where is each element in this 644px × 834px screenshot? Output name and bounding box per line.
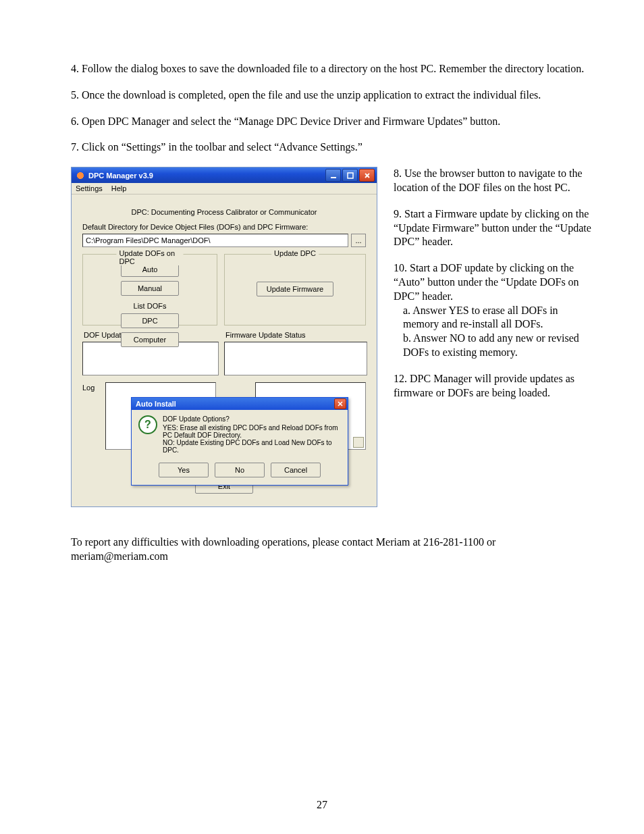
log-label: Log [82, 382, 100, 450]
manual-button[interactable]: Manual [121, 281, 179, 296]
step-10: 10. Start a DOF update by clicking on th… [394, 261, 595, 303]
dpc-manager-window: DPC Manager v3.9 Settings Help DPC: Docu… [71, 167, 377, 507]
yes-button[interactable]: Yes [159, 463, 209, 477]
question-icon: ? [138, 415, 157, 434]
directory-input[interactable]: C:\Program Files\DPC Manager\DOF\ [82, 234, 348, 247]
step-10b: b. Answer NO to add any new or revised D… [403, 332, 595, 360]
menu-help[interactable]: Help [111, 184, 127, 192]
step-7: 7. Click on “Settings” in the toolbar an… [71, 140, 595, 155]
step-10a: a. Answer YES to erase all DOFs in memor… [403, 304, 595, 332]
dialog-line-3: NO: Update Existing DPC DOFs and Load Ne… [163, 439, 341, 454]
svg-rect-0 [331, 177, 336, 178]
close-button[interactable] [359, 169, 375, 182]
menu-settings[interactable]: Settings [76, 184, 103, 192]
no-button[interactable]: No [215, 463, 265, 477]
step-4: 4. Follow the dialog boxes to save the d… [71, 62, 595, 76]
directory-label: Default Directory for Device Object File… [82, 223, 366, 231]
update-dpc-legend: Update DPC [271, 249, 319, 257]
step-12: 12. DPC Manager will provide updates as … [394, 372, 595, 400]
list-dofs-label: List DOFs [88, 302, 211, 310]
dpc-button[interactable]: DPC [121, 313, 179, 328]
titlebar: DPC Manager v3.9 [72, 167, 377, 183]
menu-bar: Settings Help [72, 183, 377, 194]
cancel-button[interactable]: Cancel [271, 463, 321, 477]
step-8: 8. Use the browser button to navigate to… [394, 167, 595, 195]
step-6: 6. Open DPC Manager and select the “Mana… [71, 115, 595, 129]
fw-status-box [224, 342, 367, 375]
dialog-line-2: YES: Erase all existing DPC DOFs and Rel… [163, 424, 341, 439]
dialog-close-button[interactable] [334, 398, 346, 409]
update-firmware-button[interactable]: Update Firmware [257, 282, 333, 296]
window-title: DPC Manager v3.9 [88, 172, 153, 180]
computer-button[interactable]: Computer [121, 332, 179, 347]
minimize-icon [330, 172, 337, 179]
dialog-title: Auto Install [136, 400, 176, 408]
browse-button[interactable]: ... [351, 234, 366, 247]
update-dpc-group: Update DPC Update Firmware [224, 254, 366, 325]
minimize-button[interactable] [325, 169, 341, 182]
app-icon [76, 171, 85, 180]
svg-rect-1 [348, 173, 353, 178]
footer-contact: To report any difficulties with download… [71, 536, 595, 564]
update-dofs-legend: Update DOFs on DPC [117, 249, 184, 265]
close-icon [338, 401, 343, 407]
maximize-icon [347, 172, 354, 179]
close-icon [364, 172, 371, 179]
step-5: 5. Once the download is completed, open … [71, 88, 595, 103]
fw-status-label: Firmware Update Status [225, 331, 366, 339]
auto-install-dialog: Auto Install ? DOF Update Options? YES: … [131, 397, 348, 486]
dialog-line-1: DOF Update Options? [163, 415, 341, 423]
step-9: 9. Start a Firmware update by clicking o… [394, 207, 595, 249]
maximize-button[interactable] [342, 169, 358, 182]
client-header: DPC: Documenting Process Calibrator or C… [82, 208, 366, 216]
page-number: 27 [0, 799, 644, 811]
dialog-titlebar: Auto Install [132, 398, 348, 410]
update-dofs-group: Update DOFs on DPC Auto Manual List DOFs… [82, 254, 217, 325]
